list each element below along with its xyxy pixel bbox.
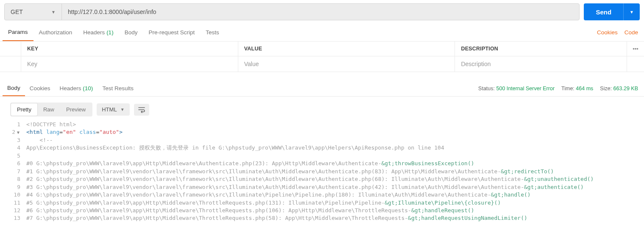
line-number: 10: [0, 191, 26, 199]
chevron-down-icon: ▼: [120, 107, 125, 112]
size-label: Size:: [600, 86, 612, 92]
method-select[interactable]: GET ▼: [5, 4, 62, 20]
resp-tab-headers-count: (10): [83, 85, 93, 92]
resp-tab-headers[interactable]: Headers (10): [55, 81, 98, 96]
code-line: 4App\Exceptions\BusinessException: 授权失败，…: [0, 144, 644, 152]
code-line: 5: [0, 152, 644, 160]
size-value: 663.29 KB: [613, 86, 638, 92]
fold-icon[interactable]: ▼: [16, 130, 20, 136]
tab-tests[interactable]: Tests: [200, 24, 225, 41]
params-header-row: KEY VALUE DESCRIPTION •••: [0, 42, 644, 56]
resp-tab-body[interactable]: Body: [3, 80, 25, 96]
time-meta: Time: 464 ms: [558, 86, 597, 92]
format-bar: Pretty Raw Preview HTML ▼: [0, 97, 644, 121]
resp-tab-cookies[interactable]: Cookies: [25, 81, 55, 96]
line-number: 8: [0, 175, 26, 183]
response-code[interactable]: 1<!DOCTYPE html>2▼<html lang="en" class=…: [0, 121, 644, 225]
method-url-group: GET ▼: [4, 3, 580, 20]
cookies-link[interactable]: Cookies: [594, 24, 621, 41]
key-input[interactable]: [27, 61, 232, 67]
code-line: 7#1 G:\phpstudy_pro\WWW\laravel9\vendor\…: [0, 168, 644, 175]
code-content: <!--: [26, 136, 53, 144]
line-number: 2▼: [0, 128, 26, 136]
status-meta: Status: 500 Internal Server Error: [475, 86, 558, 92]
code-link[interactable]: Code: [621, 24, 641, 41]
chevron-down-icon: ▼: [51, 10, 56, 14]
view-raw[interactable]: Raw: [37, 103, 60, 116]
value-header: VALUE: [238, 42, 455, 56]
code-line: 2▼<html lang="en" class="auto">: [0, 128, 644, 136]
line-number: 4: [0, 144, 26, 152]
request-bar: GET ▼ Send ▼: [0, 0, 644, 24]
code-content: <!DOCTYPE html>: [26, 121, 76, 128]
code-content: #2 G:\phpstudy_pro\WWW\laravel9\vendor\l…: [26, 175, 594, 183]
desc-input[interactable]: [461, 61, 621, 67]
desc-header: DESCRIPTION: [455, 42, 627, 56]
params-input-row: [0, 56, 644, 72]
line-number: 9: [0, 183, 26, 191]
key-header: KEY: [21, 42, 238, 56]
wrap-icon: [138, 106, 145, 114]
line-number: 3: [0, 136, 26, 144]
row-handle: [0, 42, 21, 56]
status-label: Status:: [478, 86, 495, 92]
resp-tab-headers-label: Headers: [60, 85, 81, 92]
line-number: 1: [0, 121, 26, 128]
row-extra: [627, 56, 644, 72]
tab-headers[interactable]: Headers (1): [78, 24, 119, 41]
line-number: 13: [0, 214, 26, 222]
row-handle: [0, 56, 21, 72]
lang-select[interactable]: HTML ▼: [97, 103, 129, 116]
size-meta: Size: 663.29 KB: [597, 86, 641, 92]
code-line: 1<!DOCTYPE html>: [0, 121, 644, 128]
time-value: 464 ms: [576, 86, 593, 92]
view-mode-group: Pretty Raw Preview: [10, 103, 92, 116]
send-button-label: Send: [584, 3, 623, 20]
view-preview[interactable]: Preview: [60, 103, 92, 116]
code-content: #0 G:\phpstudy_pro\WWW\laravel9\app\Http…: [26, 160, 474, 167]
resp-tab-testresults[interactable]: Test Results: [98, 81, 138, 96]
code-line: 8#2 G:\phpstudy_pro\WWW\laravel9\vendor\…: [0, 175, 644, 183]
request-tabs: Params Authorization Headers (1) Body Pr…: [0, 24, 644, 42]
line-number: 11: [0, 199, 26, 207]
code-line: 6#0 G:\phpstudy_pro\WWW\laravel9\app\Htt…: [0, 160, 644, 167]
code-content: #4 G:\phpstudy_pro\WWW\laravel9\vendor\l…: [26, 191, 531, 199]
code-line: 11#5 G:\phpstudy_pro\WWW\laravel9\app\Ht…: [0, 199, 644, 207]
code-content: App\Exceptions\BusinessException: 授权失败，请…: [26, 144, 444, 152]
params-table: KEY VALUE DESCRIPTION •••: [0, 42, 644, 72]
code-content: #6 G:\phpstudy_pro\WWW\laravel9\app\Http…: [26, 207, 474, 214]
line-number: 6: [0, 160, 26, 167]
tab-body[interactable]: Body: [119, 24, 143, 41]
bulk-edit-icon[interactable]: •••: [627, 42, 644, 56]
url-input[interactable]: [62, 4, 579, 20]
lang-label: HTML: [102, 106, 117, 113]
wrap-lines-button[interactable]: [134, 104, 149, 116]
value-input[interactable]: [244, 61, 449, 67]
send-dropdown[interactable]: ▼: [623, 3, 640, 20]
code-content: <html lang="en" class="auto">: [26, 128, 123, 136]
code-line: 12#6 G:\phpstudy_pro\WWW\laravel9\app\Ht…: [0, 207, 644, 214]
view-pretty[interactable]: Pretty: [11, 103, 37, 116]
code-content: #7 G:\phpstudy_pro\WWW\laravel9\app\Http…: [26, 214, 527, 222]
code-line: 3 <!--: [0, 136, 644, 144]
status-value: 500 Internal Server Error: [496, 86, 555, 92]
send-button[interactable]: Send ▼: [584, 3, 640, 20]
code-content: #3 G:\phpstudy_pro\WWW\laravel9\vendor\l…: [26, 183, 584, 191]
time-label: Time:: [561, 86, 574, 92]
code-line: 9#3 G:\phpstudy_pro\WWW\laravel9\vendor\…: [0, 183, 644, 191]
line-number: 7: [0, 168, 26, 175]
code-content: #1 G:\phpstudy_pro\WWW\laravel9\vendor\l…: [26, 168, 554, 175]
line-number: 12: [0, 207, 26, 214]
tab-params[interactable]: Params: [3, 24, 33, 41]
tab-headers-label: Headers: [83, 29, 105, 36]
tab-headers-count: (1): [106, 29, 114, 36]
method-label: GET: [11, 8, 23, 15]
tab-authorization[interactable]: Authorization: [33, 24, 78, 41]
response-tabs: Body Cookies Headers (10) Test Results S…: [0, 80, 644, 97]
code-line: 13#7 G:\phpstudy_pro\WWW\laravel9\app\Ht…: [0, 214, 644, 222]
code-content: #5 G:\phpstudy_pro\WWW\laravel9\app\Http…: [26, 199, 501, 207]
tab-prerequest[interactable]: Pre-request Script: [143, 24, 200, 41]
line-number: 5: [0, 152, 26, 160]
code-line: 10#4 G:\phpstudy_pro\WWW\laravel9\vendor…: [0, 191, 644, 199]
